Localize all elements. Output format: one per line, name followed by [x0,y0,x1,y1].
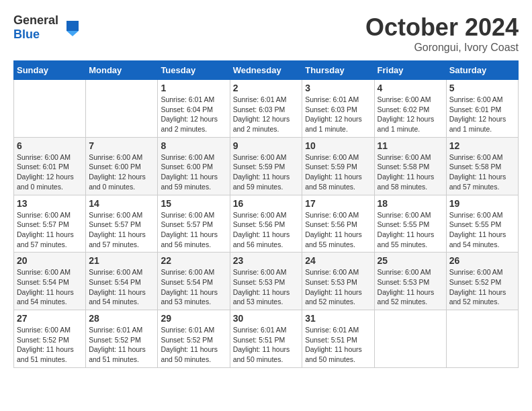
day-number: 14 [89,198,154,209]
day-number: 25 [378,255,443,266]
day-info: Sunrise: 6:01 AM Sunset: 5:51 PM Dayligh… [233,325,300,365]
calendar-cell: 10Sunrise: 6:00 AM Sunset: 5:59 PM Dayli… [302,137,374,195]
location-subtitle: Gorongui, Ivory Coast [365,42,519,54]
title-block: October 2024 Gorongui, Ivory Coast [365,13,519,54]
day-number: 10 [305,140,371,151]
svg-marker-0 [66,21,79,31]
calendar-cell: 2Sunrise: 6:01 AM Sunset: 6:03 PM Daylig… [230,80,302,138]
calendar-cell: 4Sunrise: 6:00 AM Sunset: 6:02 PM Daylig… [374,80,446,138]
calendar-cell: 5Sunrise: 6:00 AM Sunset: 6:01 PM Daylig… [446,80,518,138]
day-info: Sunrise: 6:00 AM Sunset: 5:52 PM Dayligh… [449,267,515,307]
logo-general: General [13,13,58,27]
calendar-cell: 28Sunrise: 6:01 AM Sunset: 5:52 PM Dayli… [86,310,158,368]
day-of-week-header: Thursday [302,61,374,80]
calendar-cell: 29Sunrise: 6:01 AM Sunset: 5:52 PM Dayli… [158,310,230,368]
day-info: Sunrise: 6:00 AM Sunset: 5:56 PM Dayligh… [305,210,371,250]
day-number: 23 [233,255,300,266]
calendar-cell: 27Sunrise: 6:00 AM Sunset: 5:52 PM Dayli… [14,310,86,368]
calendar-cell: 20Sunrise: 6:00 AM Sunset: 5:54 PM Dayli… [14,253,86,310]
day-info: Sunrise: 6:01 AM Sunset: 5:52 PM Dayligh… [161,325,226,365]
day-info: Sunrise: 6:00 AM Sunset: 5:57 PM Dayligh… [89,210,154,250]
calendar-week-row: 6Sunrise: 6:00 AM Sunset: 6:01 PM Daylig… [14,137,519,195]
calendar-cell [446,310,518,368]
day-number: 6 [17,140,83,151]
day-info: Sunrise: 6:00 AM Sunset: 5:53 PM Dayligh… [233,267,300,307]
calendar-cell: 13Sunrise: 6:00 AM Sunset: 5:57 PM Dayli… [14,195,86,253]
page-header: General Blue October 2024 Gorongui, Ivor… [13,13,519,54]
day-info: Sunrise: 6:00 AM Sunset: 5:53 PM Dayligh… [305,267,371,307]
day-number: 12 [449,140,515,151]
month-title: October 2024 [365,13,519,42]
day-of-week-header: Monday [86,61,158,80]
day-number: 11 [378,140,443,151]
day-of-week-header: Friday [374,61,446,80]
svg-marker-1 [66,31,79,36]
day-number: 28 [89,313,154,324]
day-number: 30 [233,313,300,324]
calendar-week-row: 27Sunrise: 6:00 AM Sunset: 5:52 PM Dayli… [14,310,519,368]
calendar-week-row: 13Sunrise: 6:00 AM Sunset: 5:57 PM Dayli… [14,195,519,253]
day-of-week-header: Saturday [446,61,518,80]
calendar-cell: 11Sunrise: 6:00 AM Sunset: 5:58 PM Dayli… [374,137,446,195]
day-number: 1 [161,83,226,93]
day-number: 13 [17,198,83,209]
day-info: Sunrise: 6:00 AM Sunset: 6:01 PM Dayligh… [17,152,83,192]
calendar-header-row: SundayMondayTuesdayWednesdayThursdayFrid… [14,61,519,80]
day-of-week-header: Wednesday [230,61,302,80]
calendar-cell: 9Sunrise: 6:00 AM Sunset: 5:59 PM Daylig… [230,137,302,195]
day-number: 5 [449,83,515,93]
day-info: Sunrise: 6:00 AM Sunset: 5:55 PM Dayligh… [449,210,515,250]
calendar-cell: 16Sunrise: 6:00 AM Sunset: 5:56 PM Dayli… [230,195,302,253]
day-number: 3 [305,83,371,93]
day-info: Sunrise: 6:00 AM Sunset: 5:59 PM Dayligh… [305,152,371,192]
calendar-cell: 23Sunrise: 6:00 AM Sunset: 5:53 PM Dayli… [230,253,302,310]
day-info: Sunrise: 6:01 AM Sunset: 5:52 PM Dayligh… [89,325,154,365]
day-info: Sunrise: 6:01 AM Sunset: 5:51 PM Dayligh… [305,325,371,365]
calendar-week-row: 1Sunrise: 6:01 AM Sunset: 6:04 PM Daylig… [14,80,519,138]
calendar-cell: 25Sunrise: 6:00 AM Sunset: 5:53 PM Dayli… [374,253,446,310]
calendar-cell: 8Sunrise: 6:00 AM Sunset: 6:00 PM Daylig… [158,137,230,195]
day-number: 18 [378,198,443,209]
calendar-cell: 30Sunrise: 6:01 AM Sunset: 5:51 PM Dayli… [230,310,302,368]
day-number: 26 [449,255,515,266]
day-number: 24 [305,255,371,266]
day-info: Sunrise: 6:00 AM Sunset: 6:01 PM Dayligh… [449,95,515,134]
calendar-cell: 17Sunrise: 6:00 AM Sunset: 5:56 PM Dayli… [302,195,374,253]
calendar-cell: 12Sunrise: 6:00 AM Sunset: 5:58 PM Dayli… [446,137,518,195]
day-number: 20 [17,255,83,266]
day-number: 17 [305,198,371,209]
calendar-cell: 3Sunrise: 6:01 AM Sunset: 6:03 PM Daylig… [302,80,374,138]
day-number: 31 [305,313,371,324]
day-number: 4 [378,83,443,93]
calendar-cell [374,310,446,368]
calendar-cell: 15Sunrise: 6:00 AM Sunset: 5:57 PM Dayli… [158,195,230,253]
day-info: Sunrise: 6:00 AM Sunset: 6:00 PM Dayligh… [161,152,226,192]
calendar-cell: 24Sunrise: 6:00 AM Sunset: 5:53 PM Dayli… [302,253,374,310]
calendar-cell [14,80,86,138]
day-number: 16 [233,198,300,209]
day-info: Sunrise: 6:00 AM Sunset: 6:00 PM Dayligh… [89,152,154,192]
calendar-cell: 7Sunrise: 6:00 AM Sunset: 6:00 PM Daylig… [86,137,158,195]
day-info: Sunrise: 6:00 AM Sunset: 5:56 PM Dayligh… [233,210,300,250]
calendar-cell: 14Sunrise: 6:00 AM Sunset: 5:57 PM Dayli… [86,195,158,253]
calendar-cell: 19Sunrise: 6:00 AM Sunset: 5:55 PM Dayli… [446,195,518,253]
day-info: Sunrise: 6:01 AM Sunset: 6:03 PM Dayligh… [305,95,371,134]
day-number: 27 [17,313,83,324]
calendar-cell: 18Sunrise: 6:00 AM Sunset: 5:55 PM Dayli… [374,195,446,253]
day-number: 2 [233,83,300,93]
calendar-cell [86,80,158,138]
day-of-week-header: Tuesday [158,61,230,80]
day-info: Sunrise: 6:00 AM Sunset: 5:57 PM Dayligh… [17,210,83,250]
calendar-cell: 26Sunrise: 6:00 AM Sunset: 5:52 PM Dayli… [446,253,518,310]
day-number: 8 [161,140,226,151]
day-info: Sunrise: 6:00 AM Sunset: 5:59 PM Dayligh… [233,152,300,192]
day-info: Sunrise: 6:00 AM Sunset: 5:54 PM Dayligh… [17,267,83,307]
day-info: Sunrise: 6:00 AM Sunset: 5:57 PM Dayligh… [161,210,226,250]
logo: General Blue [13,13,80,42]
calendar-table: SundayMondayTuesdayWednesdayThursdayFrid… [13,60,519,368]
day-info: Sunrise: 6:00 AM Sunset: 5:53 PM Dayligh… [378,267,443,307]
day-info: Sunrise: 6:00 AM Sunset: 5:54 PM Dayligh… [89,267,154,307]
day-info: Sunrise: 6:00 AM Sunset: 5:58 PM Dayligh… [449,152,515,192]
day-info: Sunrise: 6:00 AM Sunset: 5:52 PM Dayligh… [17,325,83,365]
day-number: 29 [161,313,226,324]
